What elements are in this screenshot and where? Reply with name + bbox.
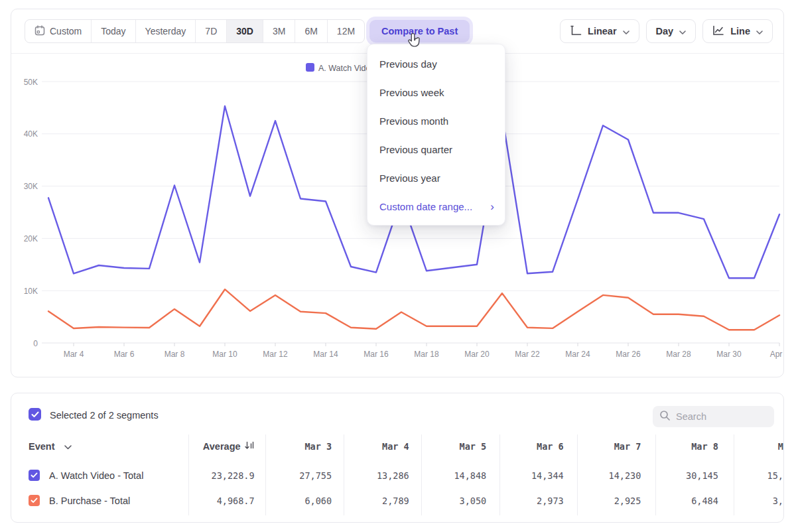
- date-column-header[interactable]: Mar 4: [340, 441, 418, 452]
- segment-checkbox[interactable]: [29, 470, 40, 481]
- clipped-value-cell: 15,: [727, 470, 783, 481]
- clipped-value-cell: 3,: [727, 496, 783, 506]
- sort-descending-icon: [245, 440, 255, 452]
- x-axis-label: Mar 28: [666, 350, 691, 359]
- average-header: Average: [203, 440, 255, 452]
- menu-item-custom-date-range[interactable]: Custom date range...›: [367, 192, 505, 221]
- range-option-label: Yesterday: [145, 26, 186, 36]
- x-axis-label: Mar 6: [114, 350, 135, 359]
- value-cell: 2,925: [572, 496, 650, 506]
- range-option-label: 7D: [205, 26, 217, 36]
- table-header-row: EventAverageMar 3Mar 4Mar 5Mar 6Mar 7Mar…: [11, 433, 783, 460]
- segment-checkbox[interactable]: [29, 495, 40, 506]
- x-axis-label: Mar 8: [165, 350, 185, 359]
- range-option-7d[interactable]: 7D: [195, 20, 226, 42]
- average-cell: 23,228.9: [187, 470, 263, 481]
- range-option-6m[interactable]: 6M: [295, 20, 326, 42]
- y-axis-label: 20K: [24, 234, 38, 243]
- chart-type-label: Line: [730, 26, 750, 36]
- x-axis-label: Mar 12: [263, 350, 288, 359]
- x-axis-label: Mar 16: [364, 350, 389, 359]
- menu-item-previous-year[interactable]: Previous year: [367, 164, 505, 192]
- segment-name: A. Watch Video - Total: [49, 470, 143, 481]
- value-cell: 6,484: [649, 496, 727, 506]
- chevron-down-icon: [679, 26, 686, 36]
- compare-to-past-menu: Previous dayPrevious weekPrevious monthP…: [367, 44, 505, 226]
- range-option-yesterday[interactable]: Yesterday: [135, 20, 196, 42]
- segment-name: B. Purchase - Total: [49, 496, 130, 506]
- event-cell: B. Purchase - Total: [11, 495, 187, 506]
- segments-search[interactable]: [653, 406, 774, 427]
- menu-item-previous-quarter[interactable]: Previous quarter: [367, 135, 505, 164]
- range-option-label: 12M: [337, 26, 355, 36]
- x-axis-label: Mar 14: [313, 350, 338, 359]
- y-axis-label: 0: [33, 339, 38, 348]
- chart-type-dropdown-button[interactable]: Line: [702, 19, 773, 43]
- x-axis-label: Apr 1: [770, 350, 783, 359]
- value-cell: 2,973: [495, 496, 572, 506]
- average-header-label: Average: [203, 441, 241, 452]
- series-line-b-purchase[interactable]: [48, 289, 779, 330]
- chevron-down-icon: [64, 440, 72, 452]
- menu-item-previous-day[interactable]: Previous day: [367, 50, 505, 78]
- range-option-today[interactable]: Today: [91, 20, 135, 42]
- value-cell: 14,344: [495, 470, 572, 481]
- clipped-column-header: M: [727, 441, 783, 452]
- date-column-header[interactable]: Mar 8: [649, 441, 727, 452]
- x-axis-label: Mar 20: [464, 350, 490, 359]
- scale-dropdown-button[interactable]: Linear: [560, 19, 639, 43]
- value-cell: 13,286: [340, 470, 418, 481]
- line-chart-icon: [712, 25, 724, 38]
- date-range-segmented-control: CustomTodayYesterday7D30D3M6M12M: [25, 19, 365, 43]
- segments-panel-header: Selected 2 of 2 segments: [11, 393, 783, 432]
- range-option-label: 3M: [273, 26, 285, 36]
- selected-segments-label: Selected 2 of 2 segments: [50, 410, 159, 421]
- chevron-down-icon: [623, 26, 630, 36]
- value-cell: 3,050: [418, 496, 496, 506]
- date-column-header[interactable]: Mar 3: [263, 441, 341, 452]
- interval-label: Day: [656, 26, 674, 36]
- insights-report-page: CustomTodayYesterday7D30D3M6M12M Compare…: [0, 0, 796, 532]
- select-all-checkbox[interactable]: [29, 408, 41, 421]
- y-axis-label: 10K: [24, 287, 38, 296]
- y-axis-label: 30K: [24, 182, 38, 191]
- average-column-header[interactable]: Average: [187, 440, 263, 452]
- x-axis-label: Mar 26: [616, 350, 641, 359]
- menu-item-previous-month[interactable]: Previous month: [367, 107, 505, 135]
- interval-dropdown-button[interactable]: Day: [646, 19, 696, 43]
- x-axis-label: Mar 30: [716, 350, 742, 359]
- range-option-label: Custom: [50, 26, 82, 36]
- chart-display-controls: Linear Day Line: [560, 19, 773, 43]
- chevron-down-icon: [756, 26, 763, 36]
- range-option-30d[interactable]: 30D: [226, 20, 263, 42]
- axis-scale-icon: [570, 25, 582, 38]
- event-column-header[interactable]: Event: [11, 440, 187, 452]
- legend-item[interactable]: A. Watch Video: [306, 63, 375, 73]
- calendar-icon: [34, 25, 45, 38]
- range-option-label: 30D: [236, 26, 253, 36]
- x-axis-label: Mar 18: [414, 350, 439, 359]
- date-column-header[interactable]: Mar 7: [572, 441, 650, 452]
- search-input[interactable]: [676, 411, 762, 422]
- y-axis-label: 40K: [24, 129, 38, 139]
- table-row: A. Watch Video - Total23,228.927,75513,2…: [11, 462, 783, 488]
- date-column-header[interactable]: Mar 6: [495, 441, 572, 452]
- x-axis-label: Mar 10: [212, 350, 237, 359]
- search-icon: [659, 410, 671, 424]
- range-option-label: Today: [101, 26, 125, 36]
- event-cell: A. Watch Video - Total: [11, 470, 187, 481]
- range-option-12m[interactable]: 12M: [327, 20, 364, 42]
- segments-table: EventAverageMar 3Mar 4Mar 5Mar 6Mar 7Mar…: [11, 433, 783, 518]
- range-option-3m[interactable]: 3M: [263, 20, 295, 42]
- value-cell: 6,060: [263, 496, 341, 506]
- value-cell: 27,755: [263, 470, 341, 481]
- compare-to-past-button[interactable]: Compare to Past: [369, 20, 470, 42]
- x-axis-label: Mar 24: [565, 350, 590, 359]
- event-header-label: Event: [29, 441, 55, 452]
- value-cell: 14,848: [418, 470, 496, 481]
- date-column-header[interactable]: Mar 5: [418, 441, 496, 452]
- chevron-right-icon: ›: [490, 201, 494, 212]
- scale-label: Linear: [588, 26, 617, 36]
- menu-item-previous-week[interactable]: Previous week: [367, 78, 505, 107]
- range-option-custom[interactable]: Custom: [25, 20, 91, 42]
